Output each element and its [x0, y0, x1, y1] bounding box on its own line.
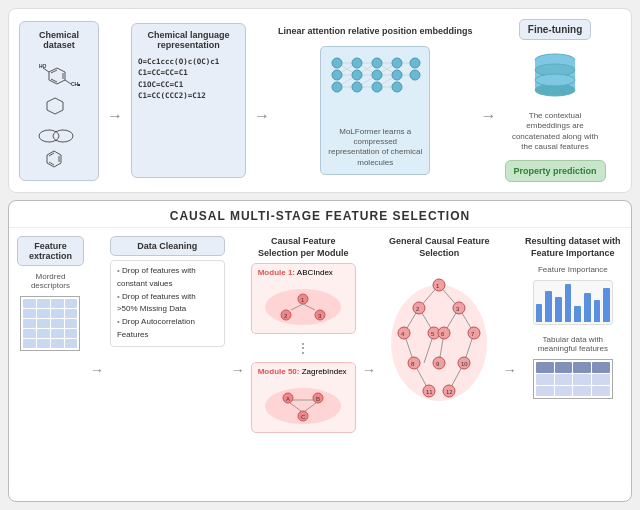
- cleaning-items: Drop of features with constant values Dr…: [110, 260, 225, 347]
- module1-graph: 1 2 3: [258, 277, 348, 327]
- results-title: Resulting dataset with Feature Importanc…: [523, 236, 623, 259]
- svg-text:10: 10: [461, 361, 468, 367]
- svg-line-1: [57, 68, 65, 72]
- cell: [51, 309, 64, 318]
- linear-attn-label: Linear attention relative position embed…: [278, 26, 473, 38]
- general-causal-graph: 1 2 3 4 5 6 7 8 9 10 11 12: [384, 263, 494, 408]
- selection-mod-title: Causal Feature Selection per Module: [251, 236, 356, 259]
- table-cell: [555, 386, 573, 397]
- svg-point-20: [53, 130, 73, 142]
- cell: [51, 329, 64, 338]
- arrow-clean-sel: →: [231, 256, 245, 484]
- svg-line-17: [47, 110, 55, 114]
- table-cell: [536, 386, 554, 397]
- svg-point-56: [372, 58, 382, 68]
- module50-prefix: Module 50:: [258, 367, 300, 376]
- mordred-table: [20, 296, 80, 351]
- dots: ⋮: [296, 340, 310, 356]
- bar: [545, 291, 552, 323]
- table-header-cell: [573, 362, 591, 373]
- svg-point-60: [392, 70, 402, 80]
- embed-desc: The contextual embeddings are concatenat…: [510, 111, 600, 153]
- chem-lang-label: Chemical language representation: [138, 30, 239, 50]
- cell: [51, 339, 64, 348]
- svg-line-14: [55, 98, 63, 102]
- module50-label: Module 50: ZagrebIndex: [258, 367, 349, 376]
- cell: [23, 329, 36, 338]
- top-section: Chemical dataset: [8, 8, 632, 193]
- table-header-cell: [536, 362, 554, 373]
- cell: [37, 299, 50, 308]
- feature-extraction-label: Feature extraction: [29, 241, 72, 261]
- module50-graph: A B C: [258, 376, 348, 426]
- svg-line-25: [47, 163, 54, 167]
- svg-text:B: B: [316, 396, 320, 402]
- property-prediction-box: Property prediction: [505, 160, 606, 182]
- table-header-cell: [592, 362, 610, 373]
- table-cell: [592, 386, 610, 397]
- tabular-label: Tabular data with meaningful features: [523, 335, 623, 353]
- table-cell: [536, 374, 554, 385]
- arrow-gen-res: →: [503, 256, 517, 484]
- cell: [37, 319, 50, 328]
- svg-point-61: [392, 82, 402, 92]
- cell: [51, 299, 64, 308]
- cleaning-item-3: Drop Autocorrelation Features: [117, 316, 218, 342]
- svg-line-4: [49, 80, 57, 84]
- svg-text:A: A: [286, 396, 290, 402]
- table-cell: [555, 374, 573, 385]
- svg-line-13: [47, 98, 55, 102]
- mordred-label: Mordred descriptors: [17, 272, 84, 290]
- molformer-desc: MoLFormer learns a compressed representa…: [327, 127, 423, 169]
- chemical-dataset-box: Chemical dataset: [19, 21, 99, 181]
- module1-label: Module 1: ABCIndex: [258, 268, 349, 277]
- table-header-cell: [555, 362, 573, 373]
- svg-point-55: [352, 82, 362, 92]
- module1-name: ABCIndex: [297, 268, 333, 277]
- cell: [37, 339, 50, 348]
- cell: [65, 299, 78, 308]
- feature-extraction-box: Feature extraction: [17, 236, 84, 266]
- finetuning-db-icon: [530, 48, 580, 103]
- svg-point-53: [352, 58, 362, 68]
- finetuning-col: Fine-tuning The contextual embeddings ar…: [505, 19, 606, 183]
- bar: [565, 284, 572, 322]
- smiles-1: O=Cc1ccc(O)c(OC)c1: [138, 56, 239, 67]
- smiles-4: C1=CC(CCC2)=C12: [138, 90, 239, 101]
- main-container: Chemical dataset: [0, 0, 640, 510]
- svg-point-88: [391, 285, 487, 401]
- svg-point-54: [352, 70, 362, 80]
- svg-text:12: 12: [446, 389, 453, 395]
- cell: [51, 319, 64, 328]
- table-cell: [592, 374, 610, 385]
- bar: [574, 306, 581, 322]
- cell: [37, 309, 50, 318]
- svg-point-52: [332, 82, 342, 92]
- svg-text:CH₃: CH₃: [71, 81, 80, 87]
- smiles-list: O=Cc1ccc(O)c(OC)c1 C1=CC=CC=C1 C1OC=CC=C…: [138, 56, 239, 101]
- svg-point-58: [372, 82, 382, 92]
- svg-line-24: [54, 163, 61, 167]
- arrow-feat-clean: →: [90, 256, 104, 484]
- selection-per-module-col: Causal Feature Selection per Module Modu…: [251, 236, 356, 484]
- finetuning-label: Fine-tuning: [519, 19, 591, 40]
- property-prediction-label: Property prediction: [514, 166, 597, 176]
- bar: [603, 288, 610, 322]
- smiles-3: C1OC=CC=C1: [138, 79, 239, 90]
- cell: [23, 299, 36, 308]
- svg-point-50: [332, 58, 342, 68]
- module-1-item: Module 1: ABCIndex 1 2 3: [251, 263, 356, 334]
- general-causal-title: General Causal Feature Selection: [382, 236, 497, 259]
- svg-line-21: [47, 151, 54, 155]
- svg-point-57: [372, 70, 382, 80]
- linear-attn-col: Linear attention relative position embed…: [278, 26, 473, 175]
- bar: [584, 293, 591, 322]
- svg-line-3: [57, 80, 65, 84]
- table-cell: [573, 386, 591, 397]
- cleaning-col: Data Cleaning Drop of features with cons…: [110, 236, 225, 484]
- causal-title: CAUSAL MULTI-STAGE FEATURE SELECTION: [9, 201, 631, 228]
- cell: [23, 319, 36, 328]
- chemical-dataset-label: Chemical dataset: [26, 30, 92, 50]
- feature-importance-label: Feature Importance: [538, 265, 608, 274]
- bottom-section: CAUSAL MULTI-STAGE FEATURE SELECTION Fea…: [8, 200, 632, 502]
